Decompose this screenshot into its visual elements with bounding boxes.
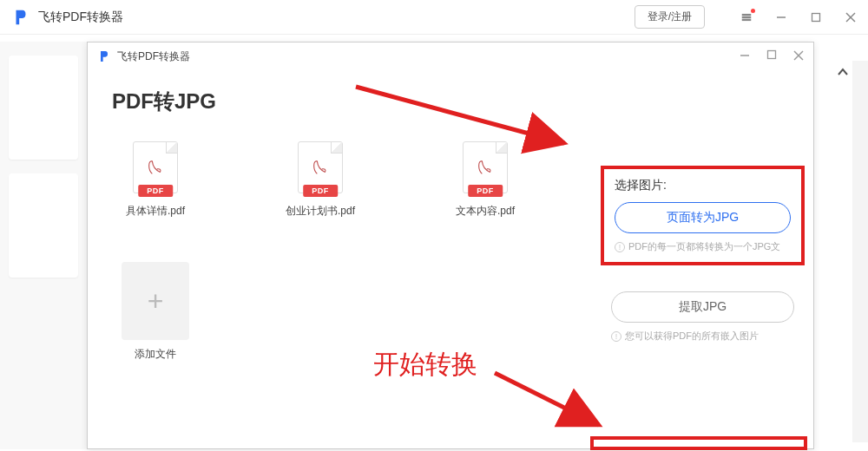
- add-file-button[interactable]: + 添加文件: [112, 262, 199, 362]
- select-image-group: 选择图片: 页面转为JPG ! PDF的每一页都将转换为一个JPG文: [601, 166, 805, 265]
- inner-logo-icon: [96, 49, 112, 64]
- file-name: 具体详情.pdf: [112, 204, 199, 219]
- minimize-icon[interactable]: [774, 10, 788, 24]
- file-grid: PDF 具体详情.pdf PDF 创业计划书.pdf: [112, 141, 568, 219]
- secondary-hint: ! 您可以获得PDF的所有嵌入图片: [611, 330, 794, 343]
- add-file-label: 添加文件: [112, 347, 199, 362]
- svg-rect-2: [742, 19, 750, 20]
- file-item[interactable]: PDF 文本内容.pdf: [442, 141, 529, 219]
- inner-titlebar: 飞转PDF转换器: [88, 42, 813, 70]
- maximize-icon[interactable]: [809, 10, 823, 24]
- inner-window: 飞转PDF转换器 PDF转JPG: [87, 42, 814, 449]
- settings-icon[interactable]: [740, 10, 753, 24]
- svg-rect-8: [768, 50, 776, 58]
- pdf-badge: PDF: [138, 185, 173, 197]
- app-title: 飞转PDF转换器: [38, 10, 123, 25]
- pdf-badge: PDF: [468, 185, 503, 197]
- select-image-label: 选择图片:: [615, 178, 791, 193]
- outer-titlebar: 飞转PDF转换器 登录/注册: [0, 0, 868, 35]
- plus-icon: +: [148, 285, 164, 317]
- page-title: PDF转JPG: [112, 88, 568, 115]
- annotation-start-convert: 开始转换: [373, 347, 477, 382]
- main-area: PDF转JPG PDF 具体详情.pdf: [88, 70, 592, 448]
- inner-maximize-icon[interactable]: [766, 49, 777, 64]
- file-name: 创业计划书.pdf: [277, 204, 364, 219]
- close-icon[interactable]: [844, 10, 858, 24]
- info-icon: !: [611, 331, 621, 342]
- file-item[interactable]: PDF 创业计划书.pdf: [277, 141, 364, 219]
- file-item[interactable]: PDF 具体详情.pdf: [112, 141, 199, 219]
- side-panel: 选择图片: 页面转为JPG ! PDF的每一页都将转换为一个JPG文 提取JPG…: [592, 70, 813, 448]
- file-name: 文本内容.pdf: [442, 204, 529, 219]
- scroll-up-icon[interactable]: [837, 65, 849, 79]
- inner-close-icon[interactable]: [792, 49, 805, 64]
- info-icon: !: [615, 242, 625, 252]
- inner-minimize-icon[interactable]: [739, 49, 751, 64]
- svg-rect-1: [742, 16, 750, 17]
- svg-rect-4: [812, 13, 820, 21]
- extract-jpg-group: 提取JPG ! 您可以获得PDF的所有嵌入图片: [601, 283, 805, 351]
- pdf-badge: PDF: [303, 185, 338, 197]
- login-register-button[interactable]: 登录/注册: [635, 5, 705, 29]
- scrollbar-track[interactable]: [852, 61, 868, 442]
- inner-title: 飞转PDF转换器: [117, 49, 190, 64]
- extract-jpg-button[interactable]: 提取JPG: [611, 291, 794, 323]
- primary-hint: ! PDF的每一页都将转换为一个JPG文: [615, 240, 791, 253]
- outer-sidebar: [0, 42, 87, 449]
- svg-rect-0: [742, 14, 750, 15]
- annotation-highlight-bottom: [590, 436, 807, 450]
- page-to-jpg-button[interactable]: 页面转为JPG: [615, 202, 791, 233]
- app-logo-icon: [10, 7, 31, 28]
